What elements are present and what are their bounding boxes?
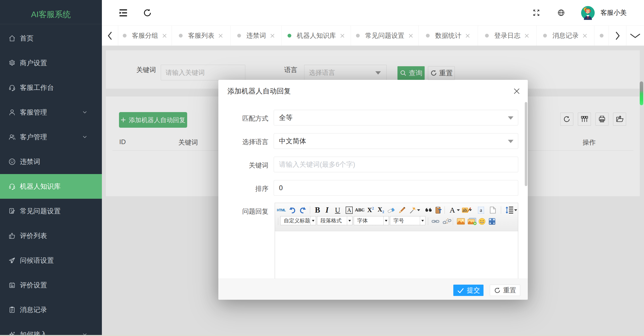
svg-text:ab: ab <box>462 208 467 213</box>
